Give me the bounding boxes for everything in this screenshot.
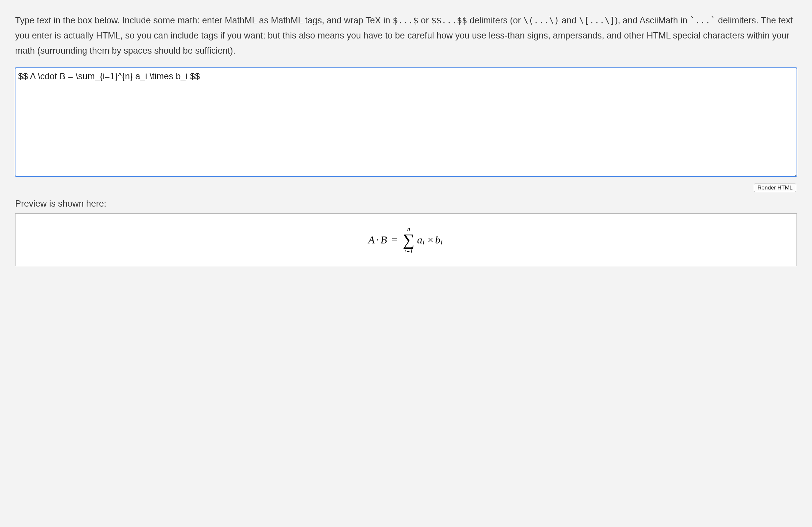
tex-display-delimiter: $$...$$ bbox=[431, 15, 467, 25]
formula-var-a-upper: A bbox=[368, 234, 375, 246]
formula-times: × bbox=[427, 234, 433, 246]
formula-var-a-lower: a bbox=[417, 234, 422, 246]
formula-cdot: · bbox=[376, 234, 379, 246]
preview-label: Preview is shown here: bbox=[15, 199, 797, 209]
math-input-textarea[interactable] bbox=[15, 68, 797, 176]
tex-inline-delimiter: $...$ bbox=[393, 15, 419, 25]
formula-sum-lower: i=1 bbox=[404, 248, 413, 254]
tex-paren-delimiter: \(...\) bbox=[523, 15, 559, 25]
formula-sum: n ∑ i=1 bbox=[403, 226, 415, 254]
formula-equals: = bbox=[392, 234, 397, 246]
formula-subscript-i-2: i bbox=[440, 239, 443, 246]
instructions-text: Type text in the box below. Include some… bbox=[15, 13, 797, 59]
sigma-icon: ∑ bbox=[403, 232, 415, 247]
formula-var-b-upper: B bbox=[381, 234, 387, 246]
asciimath-delimiter: `...` bbox=[690, 15, 715, 25]
formula-var-b-lower: b bbox=[435, 234, 440, 246]
preview-output: A · B = n ∑ i=1 a i × b i bbox=[15, 214, 797, 266]
render-html-button[interactable]: Render HTML bbox=[754, 184, 796, 192]
formula-subscript-i-1: i bbox=[423, 239, 425, 246]
rendered-formula: A · B = n ∑ i=1 a i × b i bbox=[368, 226, 444, 254]
tex-bracket-delimiter: \[...\] bbox=[579, 15, 615, 25]
